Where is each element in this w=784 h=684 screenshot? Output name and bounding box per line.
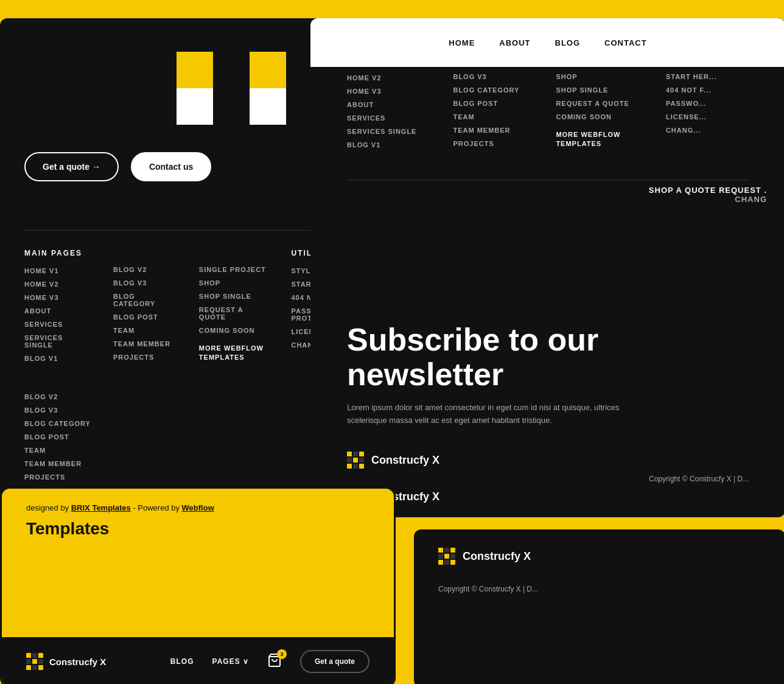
logo-name: Construcfy X xyxy=(371,454,439,467)
nav-item[interactable]: TEAM MEMBER xyxy=(453,127,519,134)
logo-dot xyxy=(444,554,449,559)
logo-dot xyxy=(38,665,43,670)
nav-item[interactable]: HOME V3 xyxy=(347,88,416,95)
templates-area: Templates xyxy=(26,519,109,539)
bottom-nav-items: BLOG PAGES ∨ 3 Get a quote xyxy=(170,650,369,673)
nav-item[interactable]: START HER... xyxy=(666,73,723,80)
bottom-right-logo: Construcfy X xyxy=(414,529,784,583)
more-templates-right[interactable]: MORE WEBFLOWTEMPLATES xyxy=(556,130,629,149)
nav-item[interactable]: SHOP xyxy=(556,73,629,80)
checker-cell xyxy=(213,88,250,125)
nav-item[interactable]: HOME V2 xyxy=(347,74,416,82)
main-pages-title: MAIN PAGES xyxy=(24,249,89,257)
extra-pages-col: SINGLE PROJECT SHOP SHOP SINGLE REQUEST … xyxy=(199,249,267,369)
nav-item[interactable]: BLOG V3 xyxy=(24,407,91,414)
extra-pages-list: SINGLE PROJECT SHOP SHOP SINGLE REQUEST … xyxy=(199,266,267,363)
nav-item[interactable]: SERVICES xyxy=(347,114,416,122)
subscribe-body: Lorem ipsum dolor sit amet consectetur i… xyxy=(347,402,639,427)
nav-item[interactable]: TEAM xyxy=(113,327,175,334)
checker-cell xyxy=(250,52,286,88)
nav-item[interactable]: TEAM MEMBER xyxy=(24,460,91,467)
logo-dot xyxy=(353,452,358,456)
nav-about[interactable]: ABOUT xyxy=(499,38,530,47)
subscribe-section: Subscribe to our newsletter Lorem ipsum … xyxy=(310,298,784,452)
main-pages-col: MAIN PAGES HOME V1 HOME V2 HOME V3 ABOUT… xyxy=(24,249,89,369)
nav-item[interactable]: PASSWO... xyxy=(666,100,723,107)
logo-dot xyxy=(347,464,352,469)
nav-item[interactable]: PROJECTS xyxy=(24,473,91,481)
checker-cell xyxy=(250,88,286,125)
nav-item[interactable]: BLOG V3 xyxy=(453,73,519,80)
logo-dot xyxy=(359,458,364,462)
nav-item[interactable]: BLOG CATEGORY xyxy=(113,293,175,307)
nav-contact[interactable]: CONTACT xyxy=(604,38,647,47)
nav-item[interactable]: COMING SOON xyxy=(199,327,267,334)
nav-item[interactable]: SHOP SINGLE xyxy=(556,86,629,94)
nav-bar: HOME ABOUT BLOG CONTACT xyxy=(310,18,784,67)
nav-home[interactable]: HOME xyxy=(449,38,475,47)
right-divider xyxy=(347,180,749,180)
nav-item[interactable]: CHANG... xyxy=(666,127,723,134)
nav-item[interactable]: PROJECTS xyxy=(453,140,519,147)
logo-dot xyxy=(38,659,43,664)
nav-item[interactable]: TEAM xyxy=(24,447,91,454)
nav-item[interactable]: BLOG CATEGORY xyxy=(453,86,519,94)
nav-item[interactable]: PROJECTS xyxy=(113,354,175,361)
blog-pages-col: BLOG V2 BLOG V3 BLOG CATEGORY BLOG POST … xyxy=(113,249,175,369)
nav-item[interactable]: TEAM MEMBER xyxy=(113,340,175,347)
templates-label: Templates xyxy=(26,519,109,538)
logo-dot xyxy=(353,458,358,462)
nav-item[interactable]: SHOP SINGLE xyxy=(199,293,267,300)
logo-dot xyxy=(26,653,31,658)
nav-item[interactable]: ABOUT xyxy=(24,307,89,315)
checker-cell xyxy=(177,88,213,125)
logo-dot xyxy=(32,653,37,658)
nav-item[interactable]: HOME V1 xyxy=(24,267,89,274)
get-quote-button[interactable]: Get a quote → xyxy=(24,152,119,181)
logo-dot xyxy=(450,554,455,559)
get-quote-bottom-button[interactable]: Get a quote xyxy=(300,650,369,673)
card-bottom-right: Construcfy X Copyright © Construcfy X | … xyxy=(414,529,784,684)
webflow-link[interactable]: Webflow xyxy=(182,503,214,512)
shop-quote-line2: CHANG xyxy=(649,195,767,204)
nav-item[interactable]: BLOG V1 xyxy=(347,141,416,148)
nav-item[interactable]: BLOG V2 xyxy=(113,266,175,273)
cart-count: 3 xyxy=(277,649,287,659)
nav-item[interactable]: SERVICES SINGLE xyxy=(347,128,416,135)
nav-item[interactable]: ABOUT xyxy=(347,101,416,108)
nav-item[interactable]: 404 NOT F... xyxy=(666,86,723,94)
powered-text: - Powered by xyxy=(133,503,181,512)
contact-us-button[interactable]: Contact us xyxy=(131,152,211,181)
nav-item[interactable]: SINGLE PROJECT xyxy=(199,266,267,273)
nav-item[interactable]: SERVICES SINGLE xyxy=(24,334,89,349)
nav-item[interactable]: BLOG V2 xyxy=(24,393,91,400)
brix-link[interactable]: BRIX Templates xyxy=(71,503,131,512)
nav-item[interactable]: BLOG POST xyxy=(24,433,91,441)
nav-item[interactable]: BLOG V3 xyxy=(113,279,175,287)
bottom-nav-pages[interactable]: PAGES ∨ xyxy=(212,657,249,666)
nav-item[interactable]: COMING SOON xyxy=(556,113,629,120)
bottom-nav-blog[interactable]: BLOG xyxy=(170,657,194,666)
logo-dot xyxy=(450,560,455,565)
nav-item[interactable]: HOME V3 xyxy=(24,294,89,301)
nav-item[interactable]: BLOG POST xyxy=(113,313,175,321)
logo-dot xyxy=(438,554,443,559)
nav-item[interactable]: HOME V2 xyxy=(24,281,89,288)
nav-item[interactable]: BLOG POST xyxy=(453,100,519,107)
nav-item[interactable]: TEAM xyxy=(453,113,519,120)
nav-item[interactable]: BLOG V1 xyxy=(24,355,89,362)
more-templates[interactable]: MORE WEBFLOWTEMPLATES xyxy=(199,344,267,363)
main-pages-list: HOME V1 HOME V2 HOME V3 ABOUT SERVICES S… xyxy=(24,267,89,362)
cart-icon[interactable]: 3 xyxy=(267,653,282,670)
logo-dot xyxy=(444,560,449,565)
nav-item[interactable]: REQUEST A QUOTE xyxy=(556,100,629,107)
nav-item[interactable]: SHOP xyxy=(199,279,267,287)
logo-dot xyxy=(444,548,449,553)
shop-quote-area: SHOP A QUOTE REQUEST . CHANG xyxy=(649,186,767,204)
nav-blog[interactable]: BLOG xyxy=(555,38,581,47)
nav-item[interactable]: LICENSE... xyxy=(666,113,723,120)
nav-item[interactable]: SERVICES xyxy=(24,321,89,328)
logo-dot xyxy=(347,458,352,462)
nav-item[interactable]: REQUEST A QUOTE xyxy=(199,306,267,321)
nav-item[interactable]: BLOG CATEGORY xyxy=(24,420,91,427)
